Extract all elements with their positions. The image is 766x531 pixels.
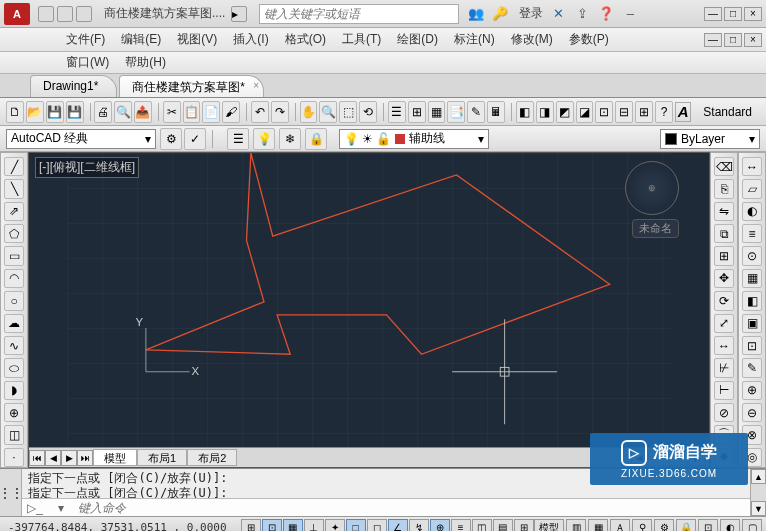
rectangle-tool[interactable]: ▭ [4,246,24,265]
redo-button[interactable]: ↷ [271,101,289,123]
insert-tool[interactable]: ⊕ [4,403,24,422]
collapse-icon[interactable]: – [621,5,639,23]
workspace-settings[interactable]: ⚙ [160,128,182,150]
pan-button[interactable]: ✋ [300,101,318,123]
saveas-button[interactable]: 💾 [66,101,84,123]
menu-dimension[interactable]: 标注(N) [448,29,501,50]
trim-tool[interactable]: ⊬ [714,358,734,377]
layout-nav-last[interactable]: ⏭ [77,450,93,466]
viewcube[interactable]: ⊕ [625,161,679,215]
mdi-minimize[interactable]: — [704,33,722,47]
erase-tool[interactable]: ⌫ [714,157,734,176]
array-tool[interactable]: ⊞ [714,246,734,265]
doc-tab-drawing1[interactable]: Drawing1* [30,75,117,97]
status-annoscale[interactable]: Ａ [610,519,630,532]
misc-tool-4[interactable]: ⊖ [742,403,762,422]
menu-draw[interactable]: 绘图(D) [391,29,444,50]
zoomwin-button[interactable]: ⬚ [339,101,357,123]
layer-combo[interactable]: 💡 ☀ 🔓 辅助线 ▾ [339,129,489,149]
polygon-tool[interactable]: ⬠ [4,224,24,243]
status-polar[interactable]: ✦ [325,519,345,532]
signin-key-icon[interactable]: 🔑 [491,5,509,23]
status-osnap[interactable]: □ [346,519,366,532]
status-tpy[interactable]: ◫ [472,519,492,532]
help-icon[interactable]: ❓ [597,5,615,23]
maximize-button[interactable]: □ [724,7,742,21]
undo-button[interactable]: ↶ [251,101,269,123]
menu-help[interactable]: 帮助(H) [119,52,172,73]
misc-tool-3[interactable]: ⊕ [742,381,762,400]
infocenter-people-icon[interactable]: 👥 [467,5,485,23]
mdi-restore[interactable]: □ [724,33,742,47]
status-ortho[interactable]: ⊥ [304,519,324,532]
layer-lock-icon[interactable]: 🔒 [305,128,327,150]
misc-tool-1[interactable]: ⊡ [742,336,762,355]
status-hardware[interactable]: ⊡ [698,519,718,532]
title-arrow[interactable]: ▸ [231,6,247,22]
ellipse-tool[interactable]: ⬭ [4,358,24,377]
status-lwt[interactable]: ≡ [451,519,471,532]
properties-button[interactable]: ☰ [388,101,406,123]
exchange-x-icon[interactable]: ✕ [549,5,567,23]
open-button[interactable]: 📂 [26,101,44,123]
status-ducs[interactable]: ↯ [409,519,429,532]
sheetset-button[interactable]: 📑 [447,101,465,123]
menu-file[interactable]: 文件(F) [60,29,111,50]
minimize-button[interactable]: — [704,7,722,21]
status-grid[interactable]: ▦ [283,519,303,532]
status-annovis[interactable]: ⚲ [632,519,652,532]
zoom-button[interactable]: 🔍 [319,101,337,123]
viewport-label[interactable]: [-][俯视][二维线框] [35,157,139,178]
qat-dropdown[interactable] [76,6,92,22]
ellipsearc-tool[interactable]: ◗ [4,381,24,400]
status-quickview[interactable]: ▦ [588,519,608,532]
status-layout-btn[interactable]: ▥ [566,519,586,532]
spline-tool[interactable]: ∿ [4,336,24,355]
break-tool[interactable]: ⊘ [714,403,734,422]
layout-tab-model[interactable]: 模型 [93,449,137,466]
menu-view[interactable]: 视图(V) [171,29,223,50]
area-tool[interactable]: ▱ [742,179,762,198]
paste-button[interactable]: 📄 [202,101,220,123]
zoomprev-button[interactable]: ⟲ [359,101,377,123]
dist-tool[interactable]: ↔ [742,157,762,176]
layout-tab-2[interactable]: 布局2 [187,449,237,466]
app-logo[interactable]: A [4,3,30,25]
offset-tool[interactable]: ⧉ [714,224,734,243]
search-input[interactable] [259,4,459,24]
command-input[interactable] [74,501,750,515]
markup-button[interactable]: ✎ [467,101,485,123]
model-viewport[interactable]: [-][俯视][二维线框] ⊕ 未命名 Y X [28,152,710,468]
layer-props-button[interactable]: ☰ [227,128,249,150]
status-lock[interactable]: 🔒 [676,519,696,532]
extend-tool[interactable]: ⊢ [714,381,734,400]
designcenter-button[interactable]: ⊞ [408,101,426,123]
help-button[interactable]: ? [655,101,673,123]
misc2-button[interactable]: ◨ [536,101,554,123]
mirror-tool[interactable]: ⇋ [714,202,734,221]
share-icon[interactable]: ⇪ [573,5,591,23]
menu-edit[interactable]: 编辑(E) [115,29,167,50]
misc7-button[interactable]: ⊞ [635,101,653,123]
status-dyn[interactable]: ⊕ [430,519,450,532]
stretch-tool[interactable]: ↔ [714,336,734,355]
cmd-scroll-down[interactable]: ▼ [751,501,766,516]
drawing-canvas[interactable]: Y X [29,153,709,447]
status-clean[interactable]: ▢ [742,519,762,532]
line-tool[interactable]: ╱ [4,157,24,176]
xline-tool[interactable]: ╲ [4,179,24,198]
id-tool[interactable]: ⊙ [742,246,762,265]
menu-modify[interactable]: 修改(M) [505,29,559,50]
status-sc[interactable]: ⊞ [514,519,534,532]
layout-nav-first[interactable]: ⏮ [29,450,45,466]
publish-button[interactable]: 📤 [134,101,152,123]
workspace-combo[interactable]: AutoCAD 经典 ▾ [6,129,156,149]
doc-tab-plan[interactable]: 商住楼建筑方案草图*× [119,75,264,97]
pline-tool[interactable]: ⇗ [4,202,24,221]
tab-close-icon[interactable]: × [253,80,259,91]
misc-tool-2[interactable]: ✎ [742,358,762,377]
save-button[interactable]: 💾 [46,101,64,123]
status-snap[interactable]: ⊡ [262,519,282,532]
status-3dosnap[interactable]: ◻ [367,519,387,532]
menu-window[interactable]: 窗口(W) [60,52,115,73]
